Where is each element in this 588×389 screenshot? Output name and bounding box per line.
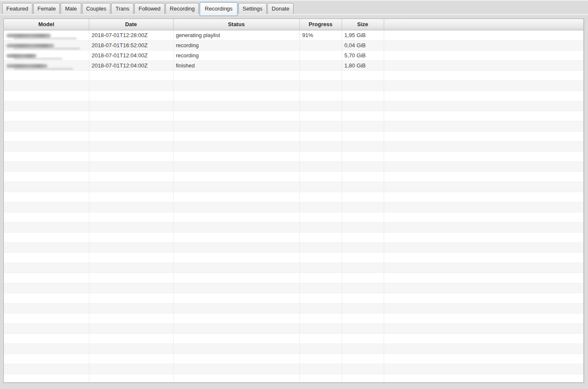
empty-cell bbox=[4, 273, 89, 283]
empty-cell bbox=[4, 343, 89, 354]
column-header-model[interactable]: Model bbox=[4, 19, 89, 30]
empty-cell bbox=[299, 172, 342, 182]
empty-cell bbox=[4, 252, 89, 263]
cell-filler bbox=[384, 30, 583, 40]
tab-settings[interactable]: Settings bbox=[238, 3, 267, 15]
tab-trans[interactable]: Trans bbox=[111, 3, 134, 15]
cell-status: recording bbox=[173, 40, 299, 50]
empty-table-row bbox=[4, 252, 583, 263]
table-header-row: ModelDateStatusProgressSize bbox=[4, 19, 583, 30]
empty-cell bbox=[4, 303, 89, 313]
empty-cell bbox=[384, 70, 583, 80]
column-header-progress[interactable]: Progress bbox=[299, 19, 342, 30]
empty-cell bbox=[89, 182, 173, 192]
empty-cell bbox=[89, 242, 173, 252]
empty-table-row bbox=[4, 202, 583, 212]
empty-cell bbox=[173, 161, 299, 172]
column-header-size[interactable]: Size bbox=[342, 19, 384, 30]
empty-cell bbox=[384, 232, 583, 242]
empty-cell bbox=[89, 202, 173, 212]
empty-cell bbox=[384, 131, 583, 141]
empty-cell bbox=[89, 80, 173, 91]
tab-recordings[interactable]: Recordings bbox=[200, 2, 238, 16]
empty-cell bbox=[384, 374, 583, 383]
empty-cell bbox=[4, 192, 89, 202]
empty-cell bbox=[384, 182, 583, 192]
tab-male[interactable]: Male bbox=[61, 3, 81, 15]
empty-cell bbox=[4, 131, 89, 141]
empty-cell bbox=[173, 273, 299, 283]
tab-recording[interactable]: Recording bbox=[166, 3, 199, 15]
empty-cell bbox=[173, 101, 299, 111]
tab-couples[interactable]: Couples bbox=[82, 3, 111, 15]
empty-cell bbox=[4, 283, 89, 293]
tab-followed[interactable]: Followed bbox=[134, 3, 165, 15]
empty-cell bbox=[299, 121, 342, 131]
table-row[interactable]: 2018-07-01T12:04:00Zfinished1,80 GiB bbox=[4, 60, 583, 70]
empty-cell bbox=[299, 242, 342, 252]
empty-cell bbox=[384, 91, 583, 101]
empty-cell bbox=[4, 293, 89, 303]
empty-table-row bbox=[4, 232, 583, 242]
empty-cell bbox=[384, 323, 583, 333]
table-row[interactable]: 2018-07-01T12:28:00Zgenerating playlist9… bbox=[4, 30, 583, 40]
empty-cell bbox=[89, 354, 173, 364]
empty-cell bbox=[299, 80, 342, 91]
empty-cell bbox=[4, 80, 89, 91]
empty-cell bbox=[384, 141, 583, 151]
empty-cell bbox=[299, 192, 342, 202]
empty-cell bbox=[89, 161, 173, 172]
empty-cell bbox=[173, 192, 299, 202]
empty-cell bbox=[173, 172, 299, 182]
table-row[interactable]: 2018-07-01T12:04:00Zrecording5,70 GiB bbox=[4, 50, 583, 60]
redacted-model-name bbox=[6, 34, 51, 38]
empty-cell bbox=[299, 252, 342, 263]
column-header-status[interactable]: Status bbox=[173, 19, 299, 30]
empty-cell bbox=[4, 151, 89, 161]
cell-model bbox=[4, 30, 89, 40]
empty-cell bbox=[89, 91, 173, 101]
empty-cell bbox=[4, 374, 89, 383]
table-body: 2018-07-01T12:28:00Zgenerating playlist9… bbox=[4, 30, 583, 383]
tab-featured[interactable]: Featured bbox=[2, 3, 32, 15]
empty-cell bbox=[89, 222, 173, 232]
recordings-table: ModelDateStatusProgressSize 2018-07-01T1… bbox=[4, 19, 583, 383]
empty-cell bbox=[89, 303, 173, 313]
empty-cell bbox=[173, 323, 299, 333]
tab-female[interactable]: Female bbox=[33, 3, 60, 15]
cell-model bbox=[4, 50, 89, 60]
empty-cell bbox=[173, 283, 299, 293]
tab-bar: FeaturedFemaleMaleCouplesTransFollowedRe… bbox=[2, 1, 294, 15]
empty-table-row bbox=[4, 354, 583, 364]
tab-donate[interactable]: Donate bbox=[267, 3, 294, 15]
empty-table-row bbox=[4, 212, 583, 222]
empty-cell bbox=[342, 202, 384, 212]
empty-cell bbox=[384, 252, 583, 263]
cell-status: finished bbox=[173, 60, 299, 70]
empty-cell bbox=[384, 364, 583, 374]
empty-cell bbox=[299, 101, 342, 111]
recordings-table-frame: ModelDateStatusProgressSize 2018-07-01T1… bbox=[3, 19, 584, 383]
empty-cell bbox=[173, 313, 299, 323]
empty-cell bbox=[4, 313, 89, 323]
empty-cell bbox=[384, 343, 583, 354]
empty-table-row bbox=[4, 182, 583, 192]
empty-cell bbox=[89, 364, 173, 374]
empty-cell bbox=[4, 91, 89, 101]
empty-table-row bbox=[4, 151, 583, 161]
empty-table-row bbox=[4, 343, 583, 354]
empty-cell bbox=[342, 222, 384, 232]
empty-cell bbox=[342, 283, 384, 293]
table-row[interactable]: 2018-07-01T16:52:00Zrecording0,04 GiB bbox=[4, 40, 583, 50]
empty-cell bbox=[89, 212, 173, 222]
empty-table-row bbox=[4, 303, 583, 313]
empty-cell bbox=[89, 323, 173, 333]
column-header-date[interactable]: Date bbox=[89, 19, 173, 30]
empty-cell bbox=[342, 354, 384, 364]
empty-cell bbox=[173, 182, 299, 192]
empty-cell bbox=[89, 333, 173, 343]
empty-cell bbox=[384, 293, 583, 303]
empty-cell bbox=[4, 354, 89, 364]
empty-table-row bbox=[4, 91, 583, 101]
empty-table-row bbox=[4, 293, 583, 303]
